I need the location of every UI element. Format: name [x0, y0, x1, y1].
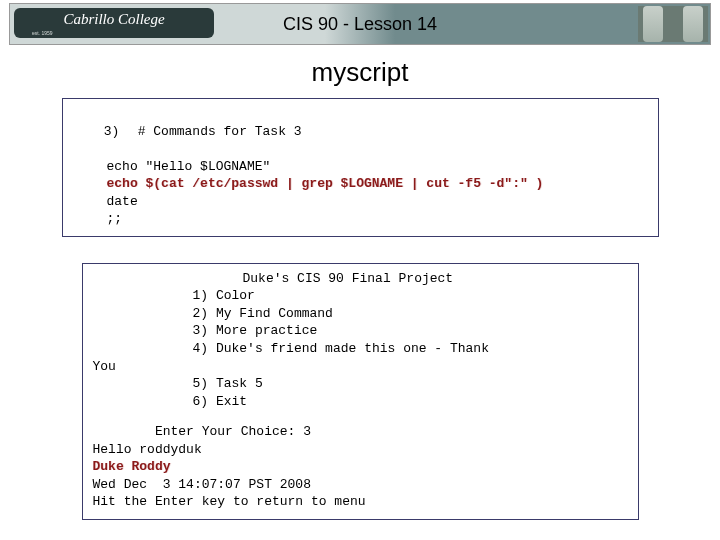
output-box: Duke's CIS 90 Final Project 1) Color 2) …: [82, 263, 639, 520]
menu-item: 3) More practice: [93, 322, 628, 340]
menu-item: 1) Color: [93, 287, 628, 305]
menu-item: 6) Exit: [93, 393, 628, 411]
case-label: 3): [104, 123, 138, 141]
menu-item: 2) My Find Command: [93, 305, 628, 323]
code-l2: echo "Hello $LOGNAME": [107, 158, 271, 176]
menu-item: 4) Duke's friend made this one - Thank: [93, 340, 628, 358]
code-l5: ;;: [107, 210, 123, 228]
page-title: myscript: [0, 57, 720, 88]
code-l4: date: [107, 193, 138, 211]
hint-line: Hit the Enter key to return to menu: [93, 493, 628, 511]
date-line: Wed Dec 3 14:07:07 PST 2008: [93, 476, 628, 494]
code-l3-highlight: echo $(cat /etc/passwd | grep $LOGNAME |…: [107, 175, 544, 193]
code-l1: # Commands for Task 3: [138, 123, 302, 141]
prompt-line: Enter Your Choice: 3: [93, 423, 628, 441]
hello-line: Hello roddyduk: [93, 441, 628, 459]
code-box: 3)# Commands for Task 3 echo "Hello $LOG…: [62, 98, 659, 237]
name-highlight: Duke Roddy: [93, 458, 628, 476]
you-line: You: [93, 358, 628, 376]
menu-title: Duke's CIS 90 Final Project: [93, 270, 628, 288]
menu-item: 5) Task 5: [93, 375, 628, 393]
header-bar: Cabrillo College est. 1959 CIS 90 - Less…: [9, 3, 711, 45]
lesson-title: CIS 90 - Lesson 14: [10, 4, 710, 44]
header-photo: [638, 6, 708, 42]
